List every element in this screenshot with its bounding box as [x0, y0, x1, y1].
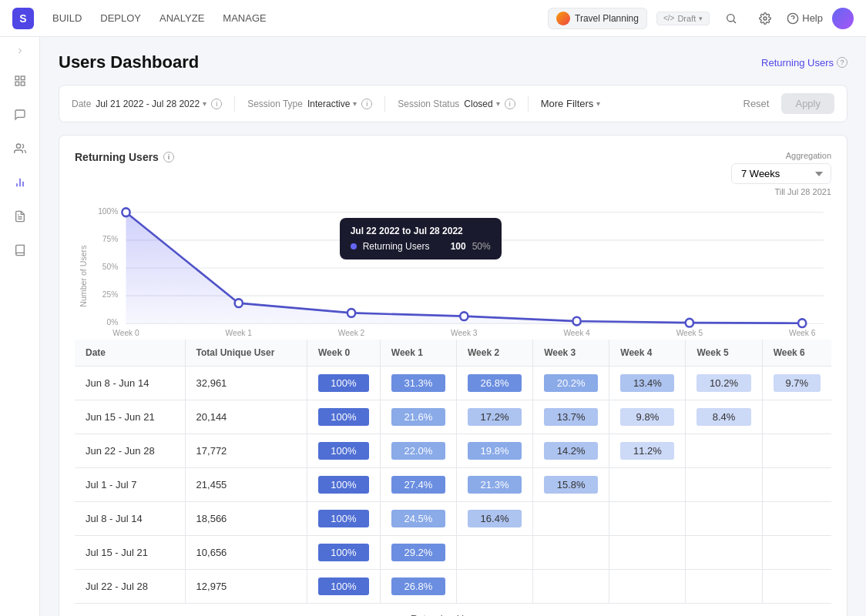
- table-row: Jul 1 - Jul 721,455100%27.4%21.3%15.8%: [75, 468, 831, 502]
- table-cell: 26.8%: [380, 570, 456, 604]
- filter-divider-3: [528, 96, 529, 112]
- table-cell: [456, 570, 532, 604]
- table-cell: [609, 502, 686, 536]
- svg-point-30: [460, 312, 468, 320]
- table-cell: Jun 15 - Jun 21: [75, 400, 185, 434]
- till-label: Till Jul 28 2021: [774, 187, 831, 196]
- aggregation-select[interactable]: 7 Weeks 4 Weeks 12 Weeks: [731, 163, 831, 184]
- col-header-w5: Week 5: [686, 340, 762, 367]
- svg-line-1: [733, 21, 736, 23]
- search-button[interactable]: [719, 6, 743, 31]
- filter-divider-2: [384, 96, 385, 112]
- session-type-value[interactable]: Interactive ▾: [307, 99, 357, 109]
- draft-badge[interactable]: </> Draft ▾: [656, 12, 710, 25]
- table-cell: 15.8%: [533, 468, 609, 502]
- table-cell: 100%: [307, 570, 381, 604]
- aggregation-control: Aggregation 7 Weeks 4 Weeks 12 Weeks Til…: [731, 151, 831, 196]
- table-cell: 17.2%: [456, 400, 532, 434]
- session-type-info-icon[interactable]: i: [361, 99, 372, 109]
- table-cell: Jul 22 - Jul 28: [75, 570, 185, 604]
- svg-text:100%: 100%: [98, 207, 118, 216]
- session-status-info-icon[interactable]: i: [505, 99, 515, 109]
- svg-text:25%: 25%: [102, 290, 118, 299]
- session-status-value[interactable]: Closed ▾: [464, 99, 499, 109]
- table-cell: Jun 8 - Jun 14: [75, 367, 185, 400]
- table-cell: 100%: [307, 536, 381, 570]
- returning-users-info-icon[interactable]: ?: [837, 57, 848, 68]
- more-filters-button[interactable]: More Filters ▾: [541, 98, 601, 109]
- table-row: Jul 15 - Jul 2110,656100%29.2%: [75, 536, 831, 570]
- table-cell: 29.2%: [380, 536, 456, 570]
- table-cell: 100%: [307, 400, 381, 434]
- sidebar-icon-chat[interactable]: [6, 101, 34, 129]
- date-filter: Date Jul 21 2022 - Jul 28 2022 ▾ i: [72, 99, 222, 109]
- table-row: Jul 22 - Jul 2812,975100%26.8%: [75, 570, 831, 604]
- page-header: Users Dashboard Returning Users ?: [59, 52, 848, 72]
- chart-header: Returning Users i Aggregation 7 Weeks 4 …: [75, 151, 831, 196]
- nav-analyze[interactable]: ANALYZE: [159, 9, 204, 27]
- col-header-w0: Week 0: [307, 340, 381, 367]
- user-avatar[interactable]: [832, 8, 854, 29]
- table-cell: [762, 468, 831, 502]
- page-title: Users Dashboard: [59, 52, 199, 72]
- table-cell: [609, 468, 686, 502]
- table-row: Jul 8 - Jul 1418,566100%24.5%16.4%: [75, 502, 831, 536]
- table-cell: 21,455: [185, 468, 307, 502]
- date-filter-value[interactable]: Jul 21 2022 - Jul 28 2022 ▾: [96, 99, 206, 109]
- table-cell: 21.6%: [380, 400, 456, 434]
- aggregation-label: Aggregation: [786, 151, 831, 160]
- table-cell: [762, 400, 831, 434]
- returning-users-link[interactable]: Returning Users ?: [761, 57, 848, 69]
- table-cell: [686, 536, 762, 570]
- nav-links: BUILD DEPLOY ANALYZE MANAGE: [52, 9, 267, 27]
- help-button[interactable]: Help: [787, 12, 823, 25]
- nav-manage[interactable]: MANAGE: [223, 9, 266, 27]
- col-header-w4: Week 4: [609, 340, 686, 367]
- table-cell: 14.2%: [533, 434, 609, 468]
- table-cell: [686, 570, 762, 604]
- table-cell: 100%: [307, 468, 381, 502]
- session-type-chevron-icon: ▾: [353, 99, 357, 108]
- chart-card: Returning Users i Aggregation 7 Weeks 4 …: [59, 135, 848, 616]
- svg-text:Week 2: Week 2: [338, 329, 365, 337]
- sidebar-collapse-button[interactable]: [15, 46, 25, 58]
- nav-deploy[interactable]: DEPLOY: [100, 9, 141, 27]
- date-chevron-icon: ▾: [203, 99, 206, 108]
- table-cell: 16.4%: [456, 502, 532, 536]
- table-cell: Jul 1 - Jul 7: [75, 468, 185, 502]
- sidebar: [0, 37, 40, 616]
- svg-text:75%: 75%: [102, 235, 118, 243]
- apply-button[interactable]: Apply: [781, 93, 834, 114]
- table-cell: 17,772: [185, 434, 307, 468]
- filter-divider-1: [234, 96, 235, 112]
- svg-point-28: [235, 299, 243, 307]
- sidebar-icon-analytics[interactable]: [6, 169, 34, 196]
- table-cell: 24.5%: [380, 502, 456, 536]
- svg-text:50%: 50%: [102, 263, 118, 271]
- sidebar-icon-users[interactable]: [6, 135, 34, 162]
- table-cell: [456, 536, 532, 570]
- table-row: Jun 22 - Jun 2817,772100%22.0%19.8%14.2%…: [75, 434, 831, 468]
- nav-build[interactable]: BUILD: [52, 9, 82, 27]
- app-logo[interactable]: S: [12, 8, 34, 29]
- chart-info-icon[interactable]: i: [163, 152, 174, 162]
- sidebar-icon-book[interactable]: [6, 236, 34, 264]
- filter-actions: Reset Apply: [737, 93, 835, 114]
- table-cell: 100%: [307, 367, 381, 400]
- project-icon: [556, 12, 570, 25]
- table-cell: 18,566: [185, 502, 307, 536]
- svg-text:Number of Users: Number of Users: [80, 246, 89, 307]
- col-header-date: Date: [75, 340, 185, 367]
- sidebar-icon-grid[interactable]: [6, 67, 34, 95]
- project-selector[interactable]: Travel Planning: [548, 8, 647, 29]
- date-info-icon[interactable]: i: [211, 99, 222, 109]
- table-cell: 20.2%: [533, 367, 609, 400]
- settings-button[interactable]: [753, 6, 777, 31]
- table-cell: 13.7%: [533, 400, 609, 434]
- table-cell: [686, 502, 762, 536]
- chart-footer-link[interactable]: Returning Users →: [75, 603, 831, 616]
- reset-button[interactable]: Reset: [737, 95, 776, 112]
- sidebar-icon-form[interactable]: [6, 203, 34, 230]
- table-cell: 22.0%: [380, 434, 456, 468]
- svg-text:Week 0: Week 0: [112, 329, 139, 337]
